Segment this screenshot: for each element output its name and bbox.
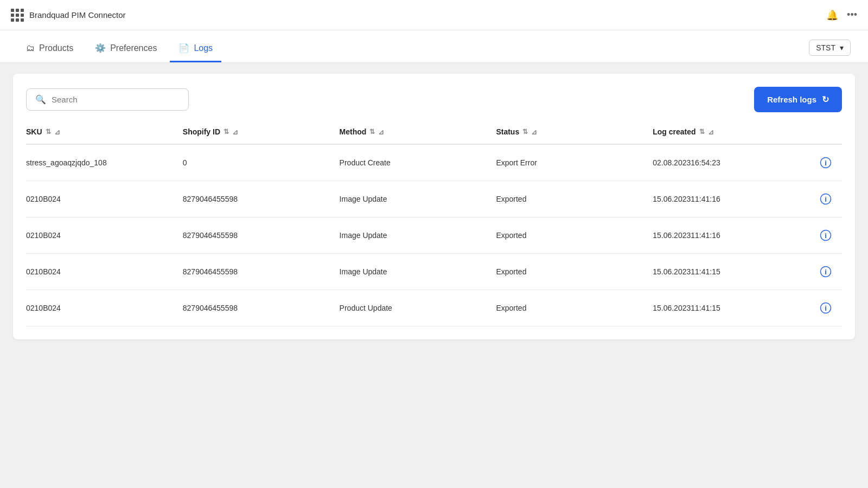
refresh-icon: ↻ (822, 94, 829, 105)
row-info-button[interactable]: i (809, 229, 842, 241)
col-header-method: Method ⇅ ⊿ (340, 127, 496, 136)
briefcase-icon: 🗂 (26, 43, 35, 53)
cell-status: Export Error (496, 158, 653, 167)
method-sort-icon[interactable]: ⇅ (369, 128, 375, 136)
main-content: 🔍 Refresh logs ↻ SKU ⇅ ⊿ Shopify ID ⇅ ⊿ (0, 63, 868, 488)
app-grid-icon (11, 9, 24, 22)
col-header-status: Status ⇅ ⊿ (496, 127, 653, 136)
sku-filter-icon[interactable]: ⊿ (54, 128, 60, 136)
cell-log-created: 15.06.202311:41:15 (653, 304, 809, 312)
table-header: SKU ⇅ ⊿ Shopify ID ⇅ ⊿ Method ⇅ ⊿ Status… (26, 127, 842, 145)
more-dots-icon[interactable]: ••• (847, 9, 857, 21)
method-filter-icon[interactable]: ⊿ (378, 128, 384, 136)
row-info-button[interactable]: i (809, 193, 842, 205)
search-input[interactable] (52, 95, 180, 104)
cell-sku: 0210B024 (26, 267, 183, 276)
file-icon: 📄 (178, 43, 189, 53)
logs-card: 🔍 Refresh logs ↻ SKU ⇅ ⊿ Shopify ID ⇅ ⊿ (13, 74, 855, 339)
tab-products[interactable]: 🗂 Products (17, 43, 82, 62)
table-row: 0210B024 8279046455598 Image Update Expo… (26, 217, 842, 254)
cell-log-created: 15.06.202311:41:15 (653, 267, 809, 276)
cell-status: Exported (496, 267, 653, 276)
refresh-logs-label: Refresh logs (767, 95, 816, 104)
svg-text:i: i (825, 159, 827, 167)
search-box: 🔍 (26, 88, 189, 111)
bell-icon[interactable]: 🔔 (826, 9, 838, 21)
search-icon: 🔍 (35, 94, 46, 105)
tab-preferences[interactable]: ⚙️ Preferences (86, 43, 165, 62)
col-header-shopify-id: Shopify ID ⇅ ⊿ (183, 127, 340, 136)
table-row: 0210B024 8279046455598 Image Update Expo… (26, 181, 842, 217)
col-header-action (809, 127, 842, 136)
status-filter-icon[interactable]: ⊿ (531, 128, 537, 136)
chevron-down-icon: ▾ (840, 43, 844, 52)
table-row: 0210B024 8279046455598 Image Update Expo… (26, 254, 842, 290)
cell-method: Image Update (340, 231, 496, 240)
cell-shopify-id: 8279046455598 (183, 267, 340, 276)
cell-sku: 0210B024 (26, 231, 183, 240)
row-info-button[interactable]: i (809, 266, 842, 278)
shopify-id-sort-icon[interactable]: ⇅ (224, 128, 229, 136)
cell-method: Image Update (340, 195, 496, 203)
cell-shopify-id: 8279046455598 (183, 304, 340, 312)
cell-status: Exported (496, 231, 653, 240)
table-row: stress_agoaqzjqdo_108 0 Product Create E… (26, 145, 842, 181)
cell-method: Product Update (340, 304, 496, 312)
svg-text:i: i (825, 232, 827, 240)
log-created-sort-icon[interactable]: ⇅ (699, 128, 705, 136)
toolbar: 🔍 Refresh logs ↻ (26, 87, 842, 112)
cell-shopify-id: 8279046455598 (183, 231, 340, 240)
cell-status: Exported (496, 304, 653, 312)
cell-log-created: 02.08.202316:54:23 (653, 158, 809, 167)
col-header-log-created: Log created ⇅ ⊿ (653, 127, 809, 136)
svg-text:i: i (825, 304, 827, 312)
log-created-filter-icon[interactable]: ⊿ (708, 128, 714, 136)
row-info-button[interactable]: i (809, 302, 842, 314)
sku-sort-icon[interactable]: ⇅ (46, 128, 51, 136)
top-bar-right: 🔔 ••• (826, 9, 857, 21)
app-title: Brandquad PIM Connector (29, 10, 126, 20)
tab-logs[interactable]: 📄 Logs (170, 43, 221, 62)
cell-method: Image Update (340, 267, 496, 276)
nav-tabs: 🗂 Products ⚙️ Preferences 📄 Logs STST ▾ (0, 30, 868, 63)
svg-text:i: i (825, 195, 827, 203)
cell-log-created: 15.06.202311:41:16 (653, 231, 809, 240)
col-header-sku: SKU ⇅ ⊿ (26, 127, 183, 136)
cell-status: Exported (496, 195, 653, 203)
cell-sku: 0210B024 (26, 195, 183, 203)
cell-log-created: 15.06.202311:41:16 (653, 195, 809, 203)
status-sort-icon[interactable]: ⇅ (522, 128, 528, 136)
store-dropdown[interactable]: STST ▾ (809, 40, 851, 56)
cell-sku: 0210B024 (26, 304, 183, 312)
cell-shopify-id: 0 (183, 158, 340, 167)
top-bar: Brandquad PIM Connector 🔔 ••• (0, 0, 868, 30)
table-body: stress_agoaqzjqdo_108 0 Product Create E… (26, 145, 842, 326)
gear-icon: ⚙️ (95, 43, 106, 53)
store-dropdown-label: STST (816, 43, 835, 52)
row-info-button[interactable]: i (809, 157, 842, 169)
shopify-id-filter-icon[interactable]: ⊿ (232, 128, 238, 136)
table-row: 0210B024 8279046455598 Product Update Ex… (26, 290, 842, 326)
refresh-logs-button[interactable]: Refresh logs ↻ (754, 87, 842, 112)
cell-sku: stress_agoaqzjqdo_108 (26, 158, 183, 167)
logs-table: SKU ⇅ ⊿ Shopify ID ⇅ ⊿ Method ⇅ ⊿ Status… (26, 127, 842, 326)
cell-method: Product Create (340, 158, 496, 167)
cell-shopify-id: 8279046455598 (183, 195, 340, 203)
svg-text:i: i (825, 268, 827, 276)
